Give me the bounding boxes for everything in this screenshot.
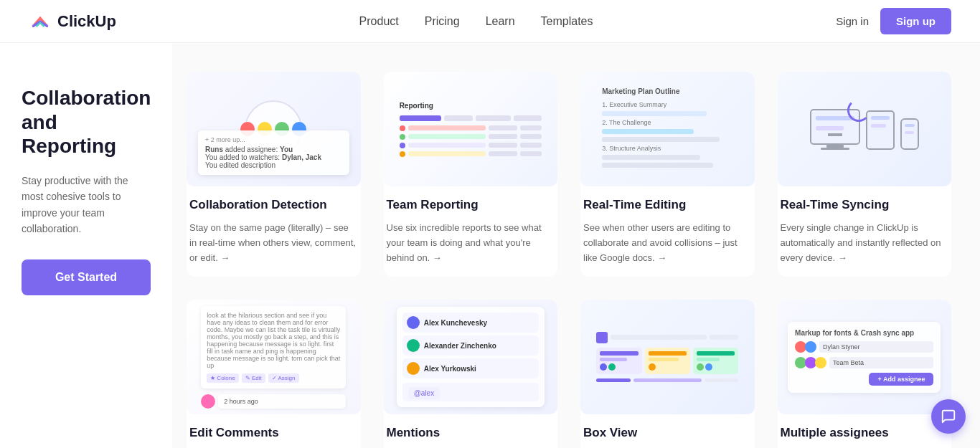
- mention-name-1: Alex Kunchevesky: [424, 319, 487, 327]
- box-view-image: [580, 300, 755, 414]
- mention-handle: @alex: [408, 387, 440, 399]
- features-grid: + 2 more up... Runs added assignee: You …: [187, 72, 951, 448]
- assign-task-1: Dylan Styner: [819, 341, 933, 353]
- team-reporting-image: Reporting: [384, 72, 558, 186]
- realtime-editing-desc: See when other users are editing to coll…: [580, 221, 755, 265]
- realtime-syncing-image: [778, 72, 952, 186]
- assignees-mockup: Markup for fonts & Crash sync app Dylan …: [788, 322, 941, 393]
- logo-text: ClickUp: [57, 12, 116, 31]
- chat-icon: [941, 409, 956, 424]
- tablet-icon: [866, 110, 895, 150]
- collab-detection-desc: Stay on the same page (literally) – see …: [187, 221, 361, 265]
- get-started-button[interactable]: Get Started: [22, 259, 151, 295]
- edit-comments-image: look at the hilarious section and see if…: [187, 300, 361, 414]
- multiple-assignees-title: Multiple assignees: [778, 426, 952, 440]
- chat-bubble-button[interactable]: [931, 399, 966, 434]
- clickup-logo-icon: [29, 10, 52, 33]
- boxview-mockup: [589, 325, 745, 389]
- edit-comments-title: Edit Comments: [187, 426, 361, 440]
- realtime-editing-image: Marketing Plan Outline 1. Executive Summ…: [580, 72, 755, 186]
- main-content: + 2 more up... Runs added assignee: You …: [172, 43, 980, 448]
- mention-avatar-3: [407, 362, 420, 375]
- main-nav: Product Pricing Learn Templates: [359, 15, 593, 28]
- mention-name-2: Alexander Zinchenko: [424, 342, 496, 350]
- signup-button[interactable]: Sign up: [880, 8, 951, 34]
- sidebar-title: Collaboration and Reporting: [22, 86, 151, 158]
- multiple-assignees-image: Markup for fonts & Crash sync app Dylan …: [778, 300, 952, 414]
- feature-card-box-view: Box View: [580, 300, 755, 448]
- editing-doc: Marketing Plan Outline 1. Executive Summ…: [593, 79, 741, 179]
- mentions-mockup: Alex Kunchevesky Alexander Zinchenko Ale…: [397, 307, 545, 407]
- mention-name-3: Alex Yurkowski: [424, 365, 476, 373]
- realtime-editing-title: Real-Time Editing: [580, 198, 755, 212]
- monitor-icon: [810, 109, 860, 145]
- realtime-syncing-title: Real-Time Syncing: [778, 198, 952, 212]
- nav-product[interactable]: Product: [359, 15, 399, 28]
- mention-avatar-2: [407, 339, 420, 352]
- devices-mockup: [810, 109, 919, 150]
- feature-card-multiple-assignees: Markup for fonts & Crash sync app Dylan …: [778, 300, 952, 448]
- nav-pricing[interactable]: Pricing: [425, 15, 460, 28]
- mention-avatar-1: [407, 316, 420, 329]
- feature-card-team-reporting: Reporting: [384, 72, 558, 277]
- collab-detection-image: + 2 more up... Runs added assignee: You …: [187, 72, 361, 186]
- box-view-title: Box View: [580, 426, 755, 440]
- realtime-syncing-desc: Every single change in ClickUp is automa…: [778, 221, 952, 265]
- assign-task-2: Team Beta: [829, 357, 933, 368]
- nav-templates[interactable]: Templates: [541, 15, 593, 28]
- sidebar-description: Stay productive with the most cohesive t…: [22, 173, 151, 237]
- team-reporting-desc: Use six incredible reports to see what y…: [384, 221, 558, 265]
- reporting-table: Reporting: [392, 95, 549, 164]
- mentions-image: Alex Kunchevesky Alexander Zinchenko Ale…: [384, 300, 558, 414]
- collab-popup: + 2 more up... Runs added assignee: You …: [198, 130, 349, 175]
- collab-detection-title: Collaboration Detection: [187, 198, 361, 212]
- logo[interactable]: ClickUp: [29, 10, 116, 33]
- nav-learn[interactable]: Learn: [486, 15, 515, 28]
- comments-mockup: look at the hilarious section and see if…: [195, 300, 352, 414]
- feature-card-mentions: Alex Kunchevesky Alexander Zinchenko Ale…: [384, 300, 558, 448]
- sidebar: Collaboration and Reporting Stay product…: [0, 43, 172, 448]
- mention-item-3: Alex Yurkowski: [402, 358, 539, 378]
- feature-card-edit-comments: look at the hilarious section and see if…: [187, 300, 361, 448]
- team-reporting-title: Team Reporting: [384, 198, 558, 212]
- assign-row-2: Team Beta: [795, 357, 933, 368]
- feature-card-realtime-editing: Marketing Plan Outline 1. Executive Summ…: [580, 72, 755, 277]
- feature-card-realtime-syncing: Real-Time Syncing Every single change in…: [778, 72, 952, 277]
- assign-row-1: Dylan Styner: [795, 341, 933, 353]
- mention-item-1: Alex Kunchevesky: [402, 313, 539, 333]
- feature-card-collab-detection: + 2 more up... Runs added assignee: You …: [187, 72, 361, 277]
- phone-icon: [900, 118, 919, 150]
- mentions-title: Mentions: [384, 426, 558, 440]
- header-actions: Sign in Sign up: [836, 8, 951, 34]
- header: ClickUp Product Pricing Learn Templates …: [0, 0, 980, 43]
- mention-item-2: Alexander Zinchenko: [402, 335, 539, 356]
- page-body: Collaboration and Reporting Stay product…: [0, 43, 980, 448]
- signin-button[interactable]: Sign in: [836, 15, 869, 27]
